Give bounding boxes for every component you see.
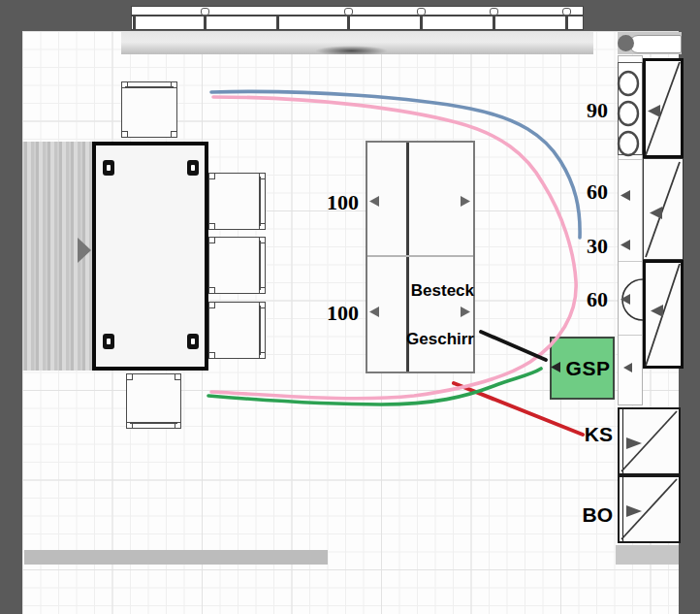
window-post <box>420 15 423 29</box>
chair-corner <box>126 373 133 380</box>
window-post <box>276 15 279 29</box>
chair-corner <box>208 287 215 294</box>
width-label-60a: 60 <box>567 181 608 203</box>
chair-corner <box>208 302 215 308</box>
window-handle <box>417 8 426 16</box>
chair-backrest <box>259 241 261 290</box>
width-label-90: 90 <box>567 100 608 121</box>
radiator-cap <box>618 35 634 51</box>
window-handle <box>344 8 353 16</box>
chair-corner <box>208 223 215 230</box>
counter-divider <box>619 335 642 336</box>
radiator <box>629 35 682 53</box>
table-marker <box>187 334 199 349</box>
island-width-label-lower: 100 <box>315 303 359 324</box>
window-sill <box>121 32 593 54</box>
table-marker <box>187 160 199 176</box>
cabinet-front-line <box>622 477 624 541</box>
chair-corner <box>171 131 177 138</box>
dishwasher-gsp: GSP <box>550 337 615 400</box>
besteck-label: Besteck <box>377 282 474 299</box>
ks-label: KS <box>574 424 613 444</box>
table-marker <box>103 160 114 176</box>
table-marker-dot <box>107 165 111 171</box>
table-marker-dot <box>191 165 195 171</box>
width-label-60b: 60 <box>567 289 608 310</box>
window-handle <box>201 8 209 16</box>
cabinet-60 <box>643 158 684 260</box>
chair-corner <box>208 237 215 243</box>
sill-shadow <box>315 46 388 54</box>
table-marker-dot <box>107 339 111 344</box>
chair-corner <box>121 131 128 138</box>
cabinet-front-line <box>622 409 624 473</box>
window-post <box>347 15 350 29</box>
window-rail <box>132 15 583 16</box>
table-marker-dot <box>191 339 195 344</box>
table-marker <box>103 334 114 349</box>
chair-corner <box>175 373 181 380</box>
window-post <box>493 15 495 29</box>
plinth-bottom-right <box>616 545 679 565</box>
bo-label: BO <box>572 504 613 525</box>
window-handle <box>490 8 498 16</box>
chair-corner <box>208 173 215 179</box>
counter-divider <box>619 261 642 262</box>
floor-plan-canvas: GSP 100 100 Besteck Geschirr 90 60 30 60… <box>0 0 700 614</box>
counter-divider <box>619 159 642 160</box>
chair-right-3 <box>208 302 266 359</box>
bench-wood-strip <box>22 142 92 371</box>
window-handle <box>562 8 571 16</box>
cabinet-90 <box>643 58 684 158</box>
window-sill-right <box>618 32 682 54</box>
dining-table <box>92 142 208 371</box>
chair-bottom <box>126 373 181 429</box>
width-label-30: 30 <box>567 236 608 257</box>
window-post <box>133 15 136 29</box>
cabinet-sink-60 <box>643 260 684 369</box>
chair-right-1 <box>208 173 266 230</box>
chair-backrest <box>259 177 261 226</box>
chair-backrest <box>130 422 177 424</box>
window-top <box>131 6 584 30</box>
cabinet-bo-oven <box>618 475 681 543</box>
window-post <box>565 15 568 29</box>
chair-backrest <box>125 86 174 88</box>
wall-shelf-bottom <box>24 550 328 565</box>
gsp-label: GSP <box>566 357 611 380</box>
island-width-label-upper: 100 <box>315 192 359 213</box>
island-divider-horizontal <box>367 255 473 257</box>
cooktop <box>618 62 643 155</box>
chair-corner <box>208 352 215 359</box>
chair-backrest <box>259 306 261 355</box>
geschirr-label: Geschirr <box>375 331 474 347</box>
cabinet-ks-fridge <box>618 407 681 475</box>
window-post <box>204 15 207 29</box>
chair-right-2 <box>208 237 266 294</box>
chair-top <box>121 81 177 138</box>
